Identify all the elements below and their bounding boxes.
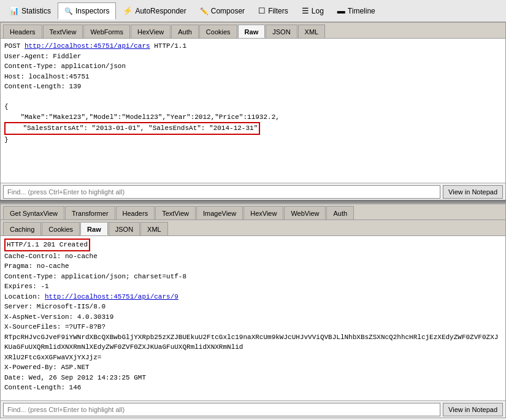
toolbar-filters-label: Filters — [268, 7, 288, 15]
resp-status-highlighted: HTTP/1.1 201 Created — [4, 239, 90, 251]
resp-location-link[interactable]: http://localhost:45751/api/cars/9 — [45, 293, 178, 300]
toolbar-inspectors-label: Inspectors — [75, 7, 109, 15]
tab-req-headers[interactable]: Headers — [3, 25, 42, 38]
toolbar-inspectors[interactable]: Inspectors — [58, 2, 116, 20]
req-protocol: HTTP/1.1 User-Agent: Fiddler Content-Typ… — [4, 42, 280, 121]
response-find-bar: View in Notepad — [1, 400, 505, 418]
log-icon — [302, 6, 309, 15]
tab-resp-caching[interactable]: Caching — [3, 222, 41, 235]
toolbar-log[interactable]: Log — [295, 2, 331, 20]
request-view-notepad-button[interactable]: View in Notepad — [443, 185, 503, 199]
toolbar-timeline-label: Timeline — [348, 7, 375, 15]
inspect-icon — [64, 7, 73, 15]
tab-resp-xml[interactable]: XML — [140, 222, 168, 235]
response-panel: Get SyntaxView Transformer Headers TextV… — [0, 204, 506, 418]
tab-req-webforms[interactable]: WebForms — [83, 25, 130, 38]
tab-resp-headers[interactable]: Headers — [116, 206, 155, 220]
tab-resp-auth[interactable]: Auth — [326, 206, 354, 220]
tab-resp-webview[interactable]: WebView — [284, 206, 326, 220]
tab-resp-transformer[interactable]: Transformer — [65, 206, 115, 220]
tab-resp-raw[interactable]: Raw — [80, 222, 108, 235]
tab-req-xml[interactable]: XML — [298, 25, 326, 38]
tab-req-hexview[interactable]: HexView — [131, 25, 171, 38]
toolbar-log-label: Log — [312, 7, 324, 15]
tab-resp-json[interactable]: JSON — [109, 222, 140, 235]
resp-more-headers: Server: Microsoft-IIS/8.0 X-AspNet-Versi… — [4, 303, 498, 400]
timeline-icon — [337, 6, 345, 15]
tab-resp-hexview[interactable]: HexView — [243, 206, 283, 220]
toolbar-statistics-label: Statistics — [21, 7, 51, 15]
tab-resp-syntaxview[interactable]: Get SyntaxView — [3, 206, 64, 220]
stats-icon — [9, 6, 19, 15]
req-closing-brace: } — [4, 136, 9, 143]
request-find-input[interactable] — [3, 185, 440, 199]
tab-req-json[interactable]: JSON — [266, 25, 297, 38]
toolbar-autoresponder-label: AutoResponder — [135, 7, 186, 15]
tab-resp-cookies[interactable]: Cookies — [42, 222, 80, 235]
filters-icon — [258, 6, 266, 15]
toolbar-timeline[interactable]: Timeline — [331, 2, 382, 20]
response-find-input[interactable] — [3, 403, 440, 416]
toolbar-composer[interactable]: Composer — [193, 2, 251, 20]
response-tab-bar-bottom: Caching Cookies Raw JSON XML — [1, 220, 505, 236]
tab-req-raw[interactable]: Raw — [238, 25, 266, 38]
auto-icon — [123, 6, 132, 15]
response-view-notepad-button[interactable]: View in Notepad — [443, 403, 503, 416]
tab-resp-textview[interactable]: TextView — [155, 206, 196, 220]
request-find-bar: View in Notepad — [1, 183, 505, 200]
request-tab-bar: Headers TextView WebForms HexView Auth C… — [1, 23, 505, 39]
tab-req-auth[interactable]: Auth — [171, 25, 199, 38]
req-highlighted-line: "SalesStartsAt": "2013-01-01", "SalesEnd… — [4, 122, 260, 135]
response-content: HTTP/1.1 201 Created Cache-Control: no-c… — [1, 236, 505, 400]
toolbar-composer-label: Composer — [211, 7, 245, 15]
response-tab-bar-top: Get SyntaxView Transformer Headers TextV… — [1, 204, 505, 220]
request-content: POST http://localhost:45751/api/cars HTT… — [1, 39, 505, 183]
toolbar-filters[interactable]: Filters — [251, 2, 295, 20]
tab-resp-imageview[interactable]: ImageView — [196, 206, 243, 220]
main-toolbar: Statistics Inspectors AutoResponder Comp… — [0, 0, 506, 22]
request-panel: Headers TextView WebForms HexView Auth C… — [0, 22, 506, 200]
composer-icon — [200, 7, 209, 15]
tab-req-cookies[interactable]: Cookies — [199, 25, 237, 38]
tab-req-textview[interactable]: TextView — [43, 25, 83, 38]
req-url-link[interactable]: http://localhost:45751/api/cars — [25, 42, 150, 50]
toolbar-statistics[interactable]: Statistics — [2, 2, 58, 20]
toolbar-autoresponder[interactable]: AutoResponder — [116, 2, 193, 20]
req-method: POST — [4, 42, 25, 50]
